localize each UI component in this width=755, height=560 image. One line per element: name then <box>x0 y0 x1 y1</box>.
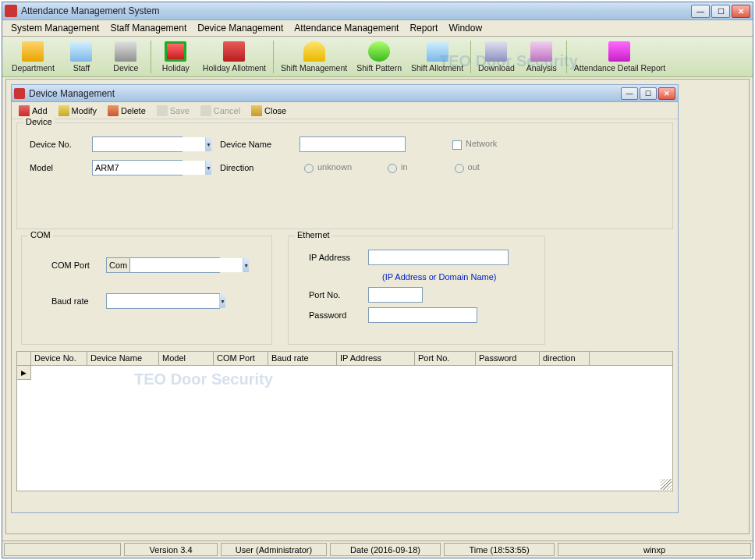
ip-address-label: IP Address <box>295 253 368 262</box>
add-button[interactable]: Add <box>15 104 51 118</box>
menu-report[interactable]: Report <box>404 21 443 35</box>
tool-holiday-allotment[interactable]: Holiday Allotment <box>199 38 270 76</box>
tool-shift-management[interactable]: Shift Management <box>277 38 351 76</box>
tool-download[interactable]: Download <box>474 38 519 76</box>
tool-shift-allotment[interactable]: Shift Allotment <box>407 38 467 76</box>
main-titlebar: Attendance Management System — ☐ ✕ <box>2 2 753 20</box>
menu-system[interactable]: System Management <box>5 21 105 35</box>
resize-grip-icon[interactable] <box>661 479 672 490</box>
direction-unknown-radio[interactable]: unknown <box>304 162 352 172</box>
device-name-input[interactable] <box>300 136 406 152</box>
model-input[interactable] <box>93 161 205 175</box>
holiday-icon <box>165 41 186 62</box>
menu-device[interactable]: Device Management <box>192 21 289 35</box>
toolbar-separator <box>273 41 274 73</box>
grid-col-port-no[interactable]: Port No. <box>415 352 476 365</box>
main-maximize-button[interactable]: ☐ <box>711 5 730 18</box>
menu-attendance[interactable]: Attendance Management <box>289 21 404 35</box>
menu-staff[interactable]: Staff Management <box>105 21 192 35</box>
grid-col-com-port[interactable]: COM Port <box>214 352 268 365</box>
tool-device[interactable]: Device <box>105 38 147 76</box>
grid-col-ip-address[interactable]: IP Address <box>337 352 415 365</box>
port-no-input[interactable] <box>368 287 423 303</box>
main-minimize-button[interactable]: — <box>691 5 710 18</box>
dropdown-arrow-icon[interactable]: ▼ <box>205 161 211 175</box>
app-title: Attendance Management System <box>21 5 691 16</box>
modify-button[interactable]: Modify <box>55 104 101 118</box>
com-port-combo[interactable]: Com ▼ <box>106 257 220 273</box>
toolbar-separator <box>470 41 471 73</box>
dropdown-arrow-icon[interactable]: ▼ <box>205 137 211 151</box>
close-button[interactable]: Close <box>247 104 290 118</box>
ip-hint: (IP Address or Domain Name) <box>382 272 497 282</box>
mdi-area: Device Management — ☐ ✕ Add Modify Delet… <box>5 79 750 534</box>
status-version: Version 3.4 <box>124 543 218 556</box>
dropdown-arrow-icon[interactable]: ▼ <box>243 258 249 272</box>
direction-in-radio[interactable]: in <box>388 162 408 172</box>
child-close-button[interactable]: ✕ <box>658 87 675 100</box>
device-grid[interactable]: Device No. Device Name Model COM Port Ba… <box>16 351 673 491</box>
menu-window[interactable]: Window <box>443 21 487 35</box>
com-group-label: COM <box>28 230 53 239</box>
delete-button[interactable]: Delete <box>104 104 150 118</box>
child-toolbar: Add Modify Delete Save Cancel Close <box>12 102 678 119</box>
main-window: Attendance Management System — ☐ ✕ Syste… <box>2 2 753 558</box>
direction-label: Direction <box>214 163 300 172</box>
tool-analysis[interactable]: Analysis <box>520 38 563 76</box>
close-icon <box>251 105 262 116</box>
main-toolbar: Department Staff Device Holiday Holiday … <box>2 37 753 77</box>
grid-col-model[interactable]: Model <box>159 352 214 365</box>
baud-rate-label: Baud rate <box>28 296 106 306</box>
baud-rate-combo[interactable]: ▼ <box>106 293 220 309</box>
grid-col-device-name[interactable]: Device Name <box>87 352 159 365</box>
model-combo[interactable]: ▼ <box>92 160 183 175</box>
department-icon <box>22 41 44 62</box>
analysis-icon <box>530 41 552 62</box>
ethernet-group: Ethernet IP Address (IP Address or Domai… <box>288 236 545 345</box>
device-group: Device Device No. ▼ Device Name Network … <box>16 122 673 229</box>
cancel-icon <box>200 105 211 116</box>
toolbar-separator <box>566 41 567 73</box>
ip-address-input[interactable] <box>368 250 509 265</box>
child-minimize-button[interactable]: — <box>621 87 638 100</box>
device-no-input[interactable] <box>93 137 205 151</box>
status-os: winxp <box>558 543 751 556</box>
grid-col-direction[interactable]: direction <box>540 352 590 365</box>
child-titlebar: Device Management — ☐ ✕ <box>12 85 678 102</box>
baud-rate-input[interactable] <box>107 294 219 308</box>
cancel-button: Cancel <box>197 104 244 118</box>
grid-col-password[interactable]: Password <box>476 352 540 365</box>
main-close-button[interactable]: ✕ <box>732 5 750 18</box>
shift-allotment-icon <box>427 41 448 62</box>
password-input[interactable] <box>368 307 477 323</box>
tool-holiday[interactable]: Holiday <box>154 38 197 76</box>
dropdown-arrow-icon[interactable]: ▼ <box>219 294 225 308</box>
grid-col-baud-rate[interactable]: Baud rate <box>268 352 337 365</box>
direction-out-radio[interactable]: out <box>455 162 480 172</box>
save-button: Save <box>153 104 193 118</box>
device-name-label: Device Name <box>214 140 300 149</box>
staff-icon <box>70 41 92 62</box>
holiday-allotment-icon <box>223 41 245 62</box>
password-label: Password <box>295 310 368 320</box>
device-icon <box>115 41 136 62</box>
com-port-input[interactable] <box>130 258 243 272</box>
model-label: Model <box>23 163 92 172</box>
save-icon <box>157 105 168 116</box>
device-management-window: Device Management — ☐ ✕ Add Modify Delet… <box>11 84 679 513</box>
network-checkbox[interactable] <box>452 140 462 150</box>
grid-row-selector-header <box>17 352 31 365</box>
network-checkbox-wrap[interactable]: Network <box>452 139 497 149</box>
tool-shift-pattern[interactable]: Shift Pattern <box>353 38 406 76</box>
child-maximize-button[interactable]: ☐ <box>640 87 657 100</box>
grid-col-device-no[interactable]: Device No. <box>31 352 87 365</box>
status-user: User (Administrator) <box>221 543 327 556</box>
device-no-combo[interactable]: ▼ <box>92 136 183 152</box>
tool-attendance-report[interactable]: Attendance Detail Report <box>570 38 669 76</box>
app-icon <box>5 5 17 17</box>
statusbar: Version 3.4 User (Administrator) Date (2… <box>2 541 753 558</box>
tool-staff[interactable]: Staff <box>60 38 103 76</box>
tool-department[interactable]: Department <box>8 38 58 76</box>
grid-current-row-indicator: ▶ <box>17 366 31 380</box>
toolbar-separator <box>151 41 151 73</box>
